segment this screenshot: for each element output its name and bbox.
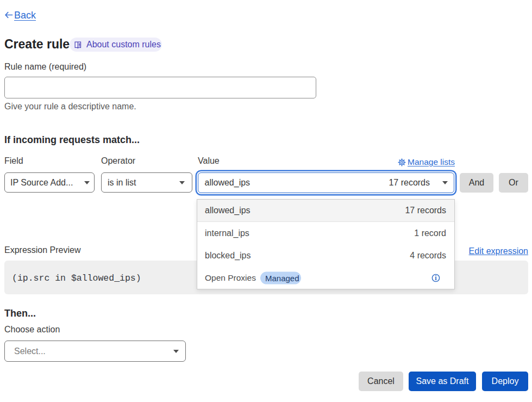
svg-text:i: i bbox=[435, 274, 437, 282]
